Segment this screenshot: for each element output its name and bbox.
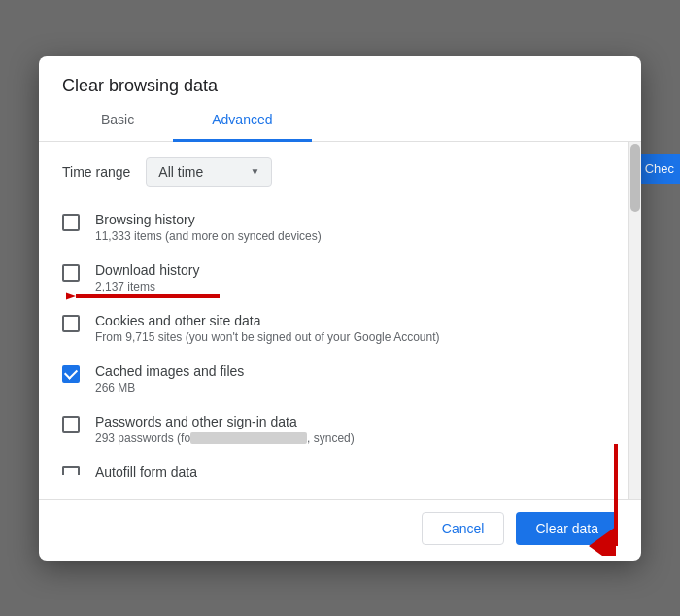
- cookies-subtitle: From 9,715 sites (you won't be signed ou…: [95, 330, 604, 344]
- cached-images-title: Cached images and files: [95, 363, 604, 379]
- cached-images-subtitle: 266 MB: [95, 381, 604, 394]
- passwords-subtitle: 293 passwords (fo , synced): [95, 431, 604, 445]
- list-item: Passwords and other sign-in data 293 pas…: [62, 404, 604, 455]
- download-history-title: Download history: [95, 262, 604, 278]
- tab-bar: Basic Advanced: [39, 100, 641, 142]
- list-item: Browsing history 11,333 items (and more …: [62, 202, 604, 253]
- annotation-arrow-down: [587, 439, 645, 560]
- cancel-button[interactable]: Cancel: [422, 512, 505, 545]
- background-check-button: Chec: [635, 154, 680, 184]
- browsing-history-checkbox-wrapper[interactable]: [62, 214, 80, 231]
- dropdown-arrow-icon: ▼: [250, 166, 259, 177]
- time-range-label: Time range: [62, 164, 130, 180]
- time-range-row: Time range All time ▼: [62, 157, 604, 187]
- autofill-title: Autofill form data: [95, 464, 604, 480]
- cached-images-text: Cached images and files 266 MB: [95, 363, 604, 394]
- passwords-title: Passwords and other sign-in data: [95, 414, 604, 429]
- time-range-select[interactable]: All time ▼: [146, 157, 272, 187]
- tab-basic[interactable]: Basic: [62, 100, 173, 142]
- passwords-subtitle-suffix: , synced): [307, 431, 355, 445]
- passwords-checkbox-wrapper[interactable]: [62, 416, 80, 433]
- passwords-subtitle-prefix: 293 passwords (fo: [95, 431, 190, 445]
- passwords-blurred-text: [190, 432, 307, 444]
- passwords-text: Passwords and other sign-in data 293 pas…: [95, 414, 604, 445]
- time-range-value: All time: [158, 164, 203, 180]
- list-item: Autofill form data: [62, 455, 604, 484]
- dialog-content: Time range All time ▼ Browsing history 1…: [39, 142, 628, 499]
- browsing-history-subtitle: 11,333 items (and more on synced devices…: [95, 229, 604, 243]
- list-item: Cached images and files 266 MB: [62, 354, 604, 404]
- autofill-checkbox-partial: [62, 466, 80, 475]
- annotation-arrow-left: [66, 277, 221, 320]
- autofill-text: Autofill form data: [95, 464, 604, 480]
- cached-images-checkbox-wrapper[interactable]: [62, 365, 80, 383]
- dialog-title: Clear browsing data: [39, 56, 641, 96]
- dialog-footer: Cancel Clear data: [39, 499, 641, 561]
- cached-images-checkbox[interactable]: [62, 365, 80, 383]
- scrollbar-thumb[interactable]: [630, 144, 640, 212]
- passwords-checkbox[interactable]: [62, 416, 80, 433]
- browsing-history-title: Browsing history: [95, 212, 604, 227]
- browsing-history-text: Browsing history 11,333 items (and more …: [95, 212, 604, 243]
- tab-advanced[interactable]: Advanced: [173, 100, 311, 142]
- browsing-history-checkbox[interactable]: [62, 214, 80, 231]
